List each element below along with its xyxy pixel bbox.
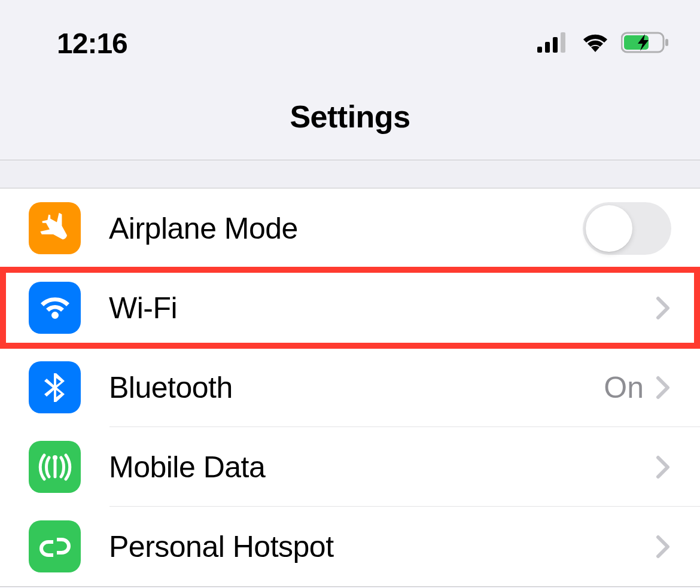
status-time: 12:16 [57,27,127,60]
svg-rect-2 [553,37,558,53]
wifi-row[interactable]: Wi-Fi [0,268,700,348]
svg-rect-6 [665,39,668,46]
status-bar: 12:16 [0,0,700,66]
mobile-data-label: Mobile Data [109,450,656,485]
wifi-icon [29,282,81,334]
bluetooth-value: On [604,370,644,405]
svg-rect-1 [545,42,550,53]
bluetooth-icon [29,361,81,413]
chevron-right-icon [656,376,671,400]
mobile-data-row[interactable]: Mobile Data [0,427,700,507]
mobile-data-icon [29,441,81,493]
bluetooth-row[interactable]: Bluetooth On [0,348,700,427]
section-separator [0,160,700,188]
svg-point-8 [53,455,57,460]
svg-rect-0 [537,47,542,53]
airplane-mode-toggle[interactable] [583,202,671,255]
personal-hotspot-row[interactable]: Personal Hotspot [0,507,700,586]
page-header: Settings [0,66,700,160]
airplane-mode-row[interactable]: Airplane Mode [0,188,700,268]
chevron-right-icon [656,455,671,479]
personal-hotspot-icon [29,520,81,572]
status-icons [537,31,671,56]
airplane-icon [29,202,81,254]
settings-list: Airplane Mode Wi-Fi Bluetooth On [0,188,700,586]
battery-charging-icon [621,31,671,56]
wifi-label: Wi-Fi [109,291,656,325]
svg-rect-3 [561,32,565,53]
airplane-mode-label: Airplane Mode [109,211,583,246]
personal-hotspot-label: Personal Hotspot [109,529,656,564]
list-bottom-border [0,586,700,587]
chevron-right-icon [656,535,671,559]
bluetooth-label: Bluetooth [109,370,604,405]
wifi-status-icon [579,31,611,56]
chevron-right-icon [656,296,671,320]
toggle-knob [586,205,632,252]
page-title: Settings [0,99,700,135]
cellular-signal-icon [537,31,570,56]
